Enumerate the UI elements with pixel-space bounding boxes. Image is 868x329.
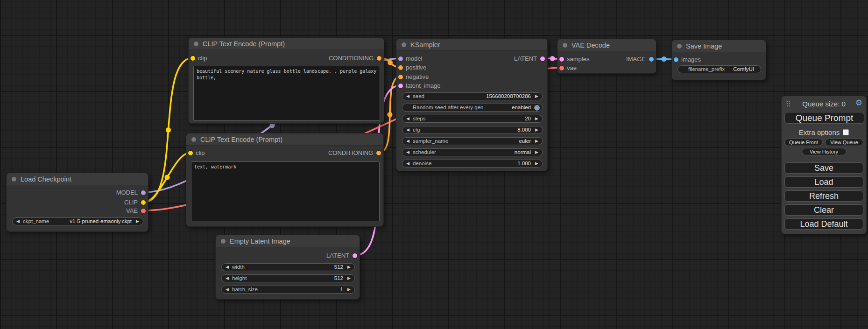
input-slot-label: images	[681, 56, 701, 63]
widget-height[interactable]: ◀height512▶	[221, 274, 355, 282]
node-title-empty-latent-image[interactable]: Empty Latent Image	[216, 235, 360, 247]
widget-decrement-arrow-icon[interactable]: ◀	[226, 275, 229, 282]
widget-decrement-arrow-icon[interactable]: ◀	[406, 149, 409, 156]
node-title-clip-text-encode-1[interactable]: CLIP Text Encode (Prompt)	[189, 38, 384, 50]
widget-batch-size[interactable]: ◀batch_size1▶	[221, 286, 355, 294]
widget-increment-arrow-icon[interactable]: ▶	[535, 149, 538, 156]
input-dot-positive[interactable]	[398, 65, 403, 70]
node-title-ksampler[interactable]: KSampler	[396, 39, 547, 51]
input-dot-images[interactable]	[674, 57, 678, 62]
node-clip-text-encode-1[interactable]: CLIP Text Encode (Prompt)clipCONDITIONIN…	[188, 37, 384, 124]
widget-decrement-arrow-icon[interactable]: ◀	[406, 138, 409, 145]
widget-cfg[interactable]: ◀cfg8.000▶	[402, 126, 543, 134]
output-slot-CONDITIONING: CONDITIONING	[186, 149, 383, 157]
widget-width[interactable]: ◀width512▶	[221, 263, 355, 271]
node-title-clip-text-encode-2[interactable]: CLIP Text Encode (Prompt)	[186, 133, 383, 146]
widget-increment-arrow-icon[interactable]: ▶	[347, 264, 351, 271]
widget-increment-arrow-icon[interactable]: ▶	[347, 286, 351, 293]
widget-ckpt-name[interactable]: ◀ckpt_namev1-5-pruned-emaonly.ckpt▶	[12, 217, 143, 225]
refresh-button[interactable]: Refresh	[784, 190, 863, 202]
node-ksampler[interactable]: KSamplermodelpositivenegativelatent_imag…	[396, 38, 548, 171]
node-title-save-image[interactable]: Save Image	[672, 40, 766, 52]
prompt-textarea[interactable]: text, watermark	[191, 161, 380, 221]
node-title-label: Save Image	[686, 42, 722, 50]
node-title-label: KSampler	[410, 41, 440, 49]
view-queue-button[interactable]: View Queue	[825, 139, 863, 146]
output-slot-CLIP: CLIP	[7, 199, 148, 206]
node-title-load-checkpoint[interactable]: Load Checkpoint	[7, 173, 148, 185]
widget-value: 156680208700286	[486, 93, 531, 100]
node-title-label: CLIP Text Encode (Prompt)	[203, 40, 285, 48]
node-collapse-dot-icon[interactable]	[191, 137, 196, 142]
output-dot-IMAGE[interactable]	[649, 57, 654, 62]
output-slot-LATENT: LATENT	[396, 55, 547, 63]
output-slot-IMAGE: IMAGE	[557, 56, 656, 63]
node-empty-latent-image[interactable]: Empty Latent ImageLATENT◀width512▶◀heigh…	[215, 235, 360, 300]
node-collapse-dot-icon[interactable]	[12, 177, 16, 182]
widget-value: 1	[340, 286, 343, 293]
output-dot-CONDITIONING[interactable]	[377, 56, 381, 61]
node-collapse-dot-icon[interactable]	[402, 42, 406, 47]
widget-increment-arrow-icon[interactable]: ▶	[535, 138, 538, 145]
load-default-button[interactable]: Load Default	[784, 218, 863, 230]
save-button[interactable]: Save	[784, 162, 863, 174]
widget-decrement-arrow-icon[interactable]: ◀	[16, 218, 20, 225]
widget-denoise[interactable]: ◀denoise1.000▶	[402, 160, 543, 168]
node-collapse-dot-icon[interactable]	[563, 43, 567, 48]
node-save-image[interactable]: Save Imageimagesfilename_prefixComfyUI	[671, 40, 766, 80]
widget-scheduler[interactable]: ◀schedulernormal▶	[402, 148, 543, 156]
output-dot-LATENT[interactable]	[540, 56, 545, 61]
widget-decrement-arrow-icon[interactable]: ◀	[226, 264, 229, 271]
widget-seed[interactable]: ◀seed156680208700286▶	[402, 92, 543, 100]
load-button[interactable]: Load	[784, 176, 863, 188]
widget-label: scheduler	[413, 149, 436, 156]
node-collapse-dot-icon[interactable]	[677, 44, 682, 49]
widget-decrement-arrow-icon[interactable]: ◀	[406, 93, 409, 100]
prompt-textarea[interactable]: beautiful scenery nature glass bottle la…	[193, 66, 380, 121]
widget-sampler-name[interactable]: ◀sampler_nameeuler▶	[402, 137, 543, 145]
output-dot-LATENT[interactable]	[353, 253, 357, 258]
widget-decrement-arrow-icon[interactable]: ◀	[226, 286, 229, 293]
widget-label: width	[232, 264, 245, 271]
input-dot-latent_image[interactable]	[398, 84, 403, 88]
node-collapse-dot-icon[interactable]	[194, 42, 198, 46]
output-dot-CONDITIONING[interactable]	[376, 151, 381, 155]
queue-prompt-button[interactable]: Queue Prompt	[784, 112, 864, 124]
node-vae-decode[interactable]: VAE DecodesamplesvaeIMAGE	[557, 39, 656, 74]
output-dot-CLIP[interactable]	[141, 200, 146, 205]
widget-filename-prefix[interactable]: filename_prefixComfyUI	[677, 65, 761, 73]
input-slot-label: latent_image	[406, 82, 440, 90]
toggle-enabled-icon[interactable]	[534, 105, 540, 111]
output-dot-MODEL[interactable]	[141, 190, 146, 195]
widget-steps[interactable]: ◀steps20▶	[402, 115, 543, 123]
output-dot-VAE[interactable]	[141, 209, 146, 213]
view-history-button[interactable]: View History	[802, 148, 847, 155]
widget-decrement-arrow-icon[interactable]: ◀	[406, 160, 409, 167]
widget-value: 512	[334, 264, 343, 271]
extra-options-checkbox[interactable]	[843, 129, 849, 135]
widget-random-seed-after-every-gen[interactable]: Random seed after every genenabled	[402, 104, 543, 112]
widget-increment-arrow-icon[interactable]: ▶	[535, 160, 538, 167]
queue-front-button[interactable]: Queue Front	[784, 139, 823, 146]
node-collapse-dot-icon[interactable]	[221, 239, 226, 244]
widget-decrement-arrow-icon[interactable]: ◀	[406, 126, 409, 133]
input-dot-vae[interactable]	[559, 66, 564, 70]
node-load-checkpoint[interactable]: Load CheckpointMODELCLIPVAE◀ckpt_namev1-…	[6, 173, 148, 232]
clear-button[interactable]: Clear	[784, 204, 863, 216]
widget-value: 20	[525, 115, 531, 122]
input-slot-images: images	[672, 56, 766, 63]
widget-increment-arrow-icon[interactable]: ▶	[136, 218, 139, 225]
widget-increment-arrow-icon[interactable]: ▶	[535, 93, 538, 100]
widget-increment-arrow-icon[interactable]: ▶	[535, 126, 538, 133]
widget-increment-arrow-icon[interactable]: ▶	[347, 275, 351, 282]
widget-label: cfg	[413, 126, 420, 133]
node-clip-text-encode-2[interactable]: CLIP Text Encode (Prompt)clipCONDITIONIN…	[186, 133, 384, 227]
settings-gear-icon[interactable]: ⚙	[855, 98, 862, 108]
widget-label: filename_prefix	[688, 66, 725, 73]
input-dot-negative[interactable]	[398, 75, 403, 79]
widget-increment-arrow-icon[interactable]: ▶	[535, 115, 538, 122]
widget-decrement-arrow-icon[interactable]: ◀	[406, 115, 409, 122]
input-slot-positive: positive	[396, 64, 547, 71]
node-title-vae-decode[interactable]: VAE Decode	[557, 39, 656, 51]
node-graph-canvas[interactable]: Load CheckpointMODELCLIPVAE◀ckpt_namev1-…	[0, 0, 868, 329]
